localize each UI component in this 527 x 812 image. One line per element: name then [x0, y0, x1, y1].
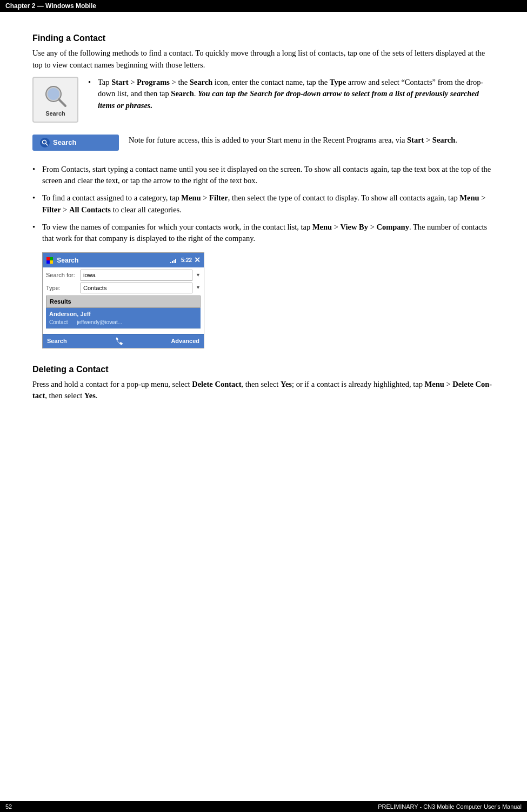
- search-button-col: Search: [32, 135, 119, 156]
- del-middle: , then select: [242, 380, 281, 388]
- bullet4-gt1: >: [332, 223, 340, 231]
- bullet1-search2: Search: [171, 89, 194, 98]
- bullet3-gt2: >: [479, 193, 486, 202]
- bullet1-item: Tap Start > Programs > the Search icon, …: [88, 77, 495, 112]
- note-start-bold: Start: [407, 136, 424, 144]
- bullet4-viewby: View By: [341, 223, 368, 231]
- start-flag-icon: [46, 257, 54, 264]
- mobile-close-icon: ✕: [194, 254, 201, 266]
- mobile-titlebar-icons: 5:22 ✕: [170, 254, 201, 266]
- note-paragraph: Note for future access, this is added to…: [129, 135, 495, 146]
- bullet3-allcontacts: All Contacts: [69, 205, 111, 214]
- search-for-arrow[interactable]: ▼: [196, 272, 201, 279]
- mobile-bottom-bar: Search Advanced: [43, 334, 204, 348]
- type-value[interactable]: Contacts: [81, 283, 192, 294]
- svg-line-2: [59, 99, 65, 106]
- svg-rect-10: [172, 261, 173, 263]
- note-search-bold: Search: [432, 136, 455, 144]
- bullet4-company: Company: [376, 223, 409, 231]
- page-content: Finding a Contact Use any of the followi…: [0, 12, 527, 440]
- del-end: .: [96, 391, 98, 400]
- result-type: Contact: [49, 319, 68, 325]
- svg-rect-11: [174, 260, 175, 263]
- mobile-screenshot: Search 5:22 ✕: [42, 252, 204, 348]
- search-button-note-row: Search Note for future access, this is a…: [32, 135, 495, 156]
- footer-bar: 52 PRELIMINARY - CN3 Mobile Computer Use…: [0, 801, 527, 812]
- bullets-2-4: From Contacts, start typing a contact na…: [32, 164, 495, 348]
- result-name: Anderson, Jeff: [49, 310, 197, 319]
- bullet1-gt2: > the: [170, 78, 190, 86]
- bullet3-menu: Menu: [181, 193, 201, 202]
- svg-rect-7: [46, 260, 50, 264]
- mobile-titlebar: Search 5:22 ✕: [43, 253, 204, 267]
- note-end: .: [455, 136, 457, 144]
- icon-bullet-row: Search Tap Start > Programs > the Search…: [32, 77, 495, 127]
- bullet4-menu: Menu: [312, 223, 332, 231]
- svg-rect-5: [46, 257, 50, 260]
- bullet3-prefix: To find a contact assigned to a category…: [42, 193, 181, 202]
- type-row: Type: Contacts ▼: [46, 283, 201, 294]
- svg-rect-9: [170, 262, 171, 263]
- note-prefix: Note for future access, this is added to…: [129, 136, 407, 144]
- del-menu: Menu: [425, 380, 444, 388]
- mobile-titlebar-title: Search: [57, 257, 78, 264]
- mobile-bottom-search[interactable]: Search: [47, 337, 67, 346]
- header-chapter-label: Chapter 2 — Windows Mobile: [5, 2, 96, 10]
- bullet3-gt3: >: [61, 205, 69, 214]
- type-label: Type:: [46, 284, 78, 293]
- note-text-col: Note for future access, this is added to…: [129, 135, 495, 152]
- bullet4-prefix: To view the names of companies for which…: [42, 223, 312, 231]
- search-btn-icon: [40, 138, 50, 147]
- bullet1-period: .: [194, 89, 198, 98]
- search-icon-box: Search: [32, 77, 78, 123]
- result-detail: Contact jeffwendy@iowat...: [49, 318, 197, 326]
- deleting-contact-text: Press and hold a contact for a pop-up me…: [32, 379, 495, 402]
- svg-rect-12: [175, 259, 176, 263]
- del-yes2: Yes: [84, 391, 96, 400]
- note-gt: >: [424, 136, 432, 144]
- bullet1-search: Search: [190, 78, 212, 86]
- search-for-value[interactable]: iowa: [81, 270, 192, 281]
- mobile-bottom-center: [115, 337, 123, 346]
- del-yes1: Yes: [281, 380, 292, 388]
- bullet3-menu2: Menu: [459, 193, 479, 202]
- deleting-contact-section: Deleting a Contact Press and hold a cont…: [32, 365, 495, 402]
- del-comma: , then select: [45, 391, 84, 400]
- mobile-bottom-advanced[interactable]: Advanced: [171, 337, 199, 346]
- mobile-time: 5:22: [181, 256, 192, 264]
- deleting-contact-heading: Deleting a Contact: [32, 365, 495, 374]
- phone-icon: [115, 337, 123, 345]
- svg-rect-8: [50, 260, 53, 264]
- svg-rect-6: [50, 257, 53, 260]
- bullet3-filter2: Filter: [42, 205, 61, 214]
- header-bar: Chapter 2 — Windows Mobile: [0, 0, 527, 12]
- footer-manual-title: PRELIMINARY - CN3 Mobile Computer User's…: [378, 803, 522, 810]
- search-button-bar[interactable]: Search: [32, 135, 119, 151]
- svg-point-1: [48, 88, 59, 100]
- signal-icon: [170, 258, 179, 263]
- finding-contact-intro: Use any of the following methods to find…: [32, 48, 495, 71]
- svg-line-4: [46, 144, 48, 145]
- mobile-title: Search: [46, 256, 78, 265]
- bullet1-type: Type: [330, 78, 346, 86]
- finding-contact-section: Finding a Contact Use any of the followi…: [32, 33, 495, 402]
- result-email: jeffwendy@iowat...: [77, 319, 122, 325]
- finding-contact-heading: Finding a Contact: [32, 33, 495, 43]
- bullet1-prefix: Tap: [98, 78, 111, 86]
- result-row[interactable]: Anderson, Jeff Contact jeffwendy@iowat..…: [46, 308, 201, 329]
- svg-point-3: [43, 140, 46, 144]
- del-prefix: Press and hold a contact for a pop-up me…: [32, 380, 192, 388]
- search-icon-label: Search: [45, 110, 65, 117]
- bullet1-programs: Programs: [137, 78, 170, 86]
- results-header: Results: [46, 296, 201, 308]
- search-button-label: Search: [53, 138, 76, 146]
- bullet3-filter: Filter: [209, 193, 228, 202]
- bullet3-item: To find a contact assigned to a category…: [32, 192, 495, 216]
- del-gt: >: [444, 380, 452, 388]
- type-arrow[interactable]: ▼: [196, 284, 201, 292]
- bullet1-middle: icon, enter the contact name, tap the: [212, 78, 330, 86]
- magnifier-icon: [42, 82, 70, 110]
- bullet1-text: Tap Start > Programs > the Search icon, …: [88, 77, 495, 117]
- bullet3-end: to clear all categories.: [111, 205, 182, 214]
- bullet3-gt1: >: [201, 193, 209, 202]
